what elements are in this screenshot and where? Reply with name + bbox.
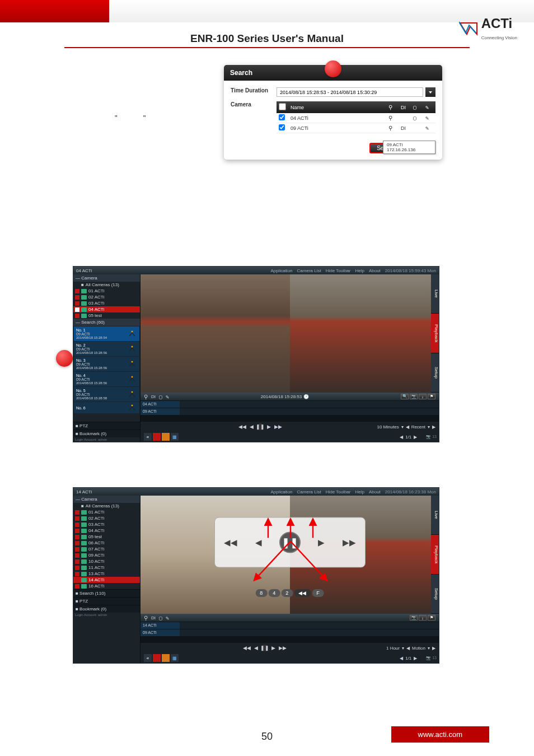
camera-item-selected[interactable]: 04 ACTi [73, 306, 140, 312]
speed-chip[interactable]: 2 [281, 589, 293, 597]
mode-label[interactable]: Recent [411, 424, 425, 430]
layout-1-icon[interactable] [153, 433, 161, 441]
camera-item[interactable]: 10 ACTi [73, 558, 140, 564]
speed-chip[interactable]: 8 [255, 589, 267, 597]
flag-icon[interactable]: ⚑ [428, 615, 435, 620]
menu-about[interactable]: About [369, 268, 381, 273]
rewind-fast-icon[interactable]: ◀◀ [223, 535, 238, 549]
play-icon[interactable]: ▶ [314, 535, 329, 549]
camera-item[interactable]: 01 ACTi [73, 288, 140, 294]
search-result-item[interactable]: No. 109 ACTi2014/08/18 15:28:54 [74, 326, 139, 341]
sidebar-camera-header[interactable]: — Camera [73, 274, 140, 282]
forward-fast-icon[interactable]: ▶▶ [274, 424, 282, 430]
scale-label[interactable]: 1 Hour [386, 646, 400, 651]
tab-live[interactable]: Live [431, 496, 439, 535]
camera-item[interactable]: 01 ACTi [73, 509, 140, 515]
sidebar-section-bookmark[interactable]: ■ Bookmark (0) [73, 605, 140, 613]
layout-2-icon[interactable] [162, 433, 170, 441]
tab-setup[interactable]: Setup [431, 575, 439, 614]
next-icon[interactable]: ▶ [432, 646, 435, 651]
select-all-checkbox[interactable] [279, 103, 286, 110]
rewind-icon[interactable]: ◀ [254, 645, 258, 651]
rewind-icon[interactable]: ◀ [251, 535, 266, 549]
scale-label[interactable]: 10 Minutes [377, 424, 399, 430]
timeline-track[interactable] [180, 629, 439, 636]
camera-item-all[interactable]: ■ All Cameras (13) [73, 282, 140, 288]
pager-next-icon[interactable]: ▶ [414, 656, 417, 661]
layout-1-icon[interactable] [153, 654, 161, 662]
mode-dropdown-icon[interactable]: ▾ [428, 424, 430, 430]
menu-cameralist[interactable]: Camera List [297, 268, 321, 273]
search-icon[interactable]: 🔍 [401, 394, 409, 399]
sidebar-search-header[interactable]: — Search (60) [73, 319, 140, 326]
flag-icon[interactable]: ⚑ [428, 394, 435, 399]
sidebar-section-bookmark[interactable]: ■ Bookmark (0) [73, 430, 140, 437]
export-icon[interactable]: ↓ [419, 394, 427, 399]
rewind-fast-icon[interactable]: ◀◀ [243, 645, 251, 651]
prev-icon[interactable]: ◀ [406, 424, 409, 430]
chevron-down-icon[interactable]: ▾ [402, 646, 404, 651]
sidebar-section-ptz[interactable]: ■ PTZ [73, 597, 140, 605]
pager-next-icon[interactable]: ▶ [414, 435, 417, 440]
search-result-item[interactable]: No. 309 ACTi2014/08/18 15:28:56 [74, 357, 139, 371]
timeline-track[interactable] [180, 401, 439, 408]
pause-icon[interactable]: ❚❚ [279, 531, 301, 553]
sidebar-section-search[interactable]: ■ Search (110) [73, 589, 140, 597]
menu-cameralist[interactable]: Camera List [297, 489, 321, 494]
mode-dropdown-icon[interactable]: ▾ [428, 646, 430, 651]
layout-collapse-icon[interactable]: « [144, 433, 152, 441]
layout-grid-icon[interactable]: ▦ [171, 433, 179, 441]
camera-checkbox[interactable] [279, 124, 285, 130]
camera-checkbox[interactable] [279, 114, 285, 120]
tab-setup[interactable]: Setup [431, 353, 439, 393]
speed-chip[interactable]: F [312, 589, 324, 597]
pause-icon[interactable]: ❚❚ [261, 645, 268, 651]
camera-row[interactable]: 09 ACTi ⚲ DI ✎ [277, 123, 435, 133]
chevron-down-icon[interactable]: ▾ [401, 424, 404, 430]
menu-application[interactable]: Application [270, 268, 292, 273]
forward-fast-icon[interactable]: ▶▶ [279, 645, 287, 651]
camera-item[interactable]: 02 ACTi [73, 294, 140, 300]
camera-item[interactable]: 11 ACTi [73, 564, 140, 571]
time-duration-input[interactable] [277, 87, 423, 97]
camera-row[interactable]: 04 ACTi ⚲ ▢ ✎ [277, 113, 435, 123]
timeline-track[interactable] [180, 622, 439, 629]
next-icon[interactable]: ▶ [432, 424, 435, 430]
menu-application[interactable]: Application [270, 489, 292, 494]
menu-hidetoolbar[interactable]: Hide Toolbar [326, 268, 351, 273]
search-result-item[interactable]: No. 6 [74, 402, 139, 413]
forward-fast-icon[interactable]: ▶▶ [342, 535, 357, 549]
rewind-fast-icon[interactable]: ◀◀ [238, 424, 246, 430]
sidebar-camera-header[interactable]: — Camera [73, 496, 140, 503]
tab-playback[interactable]: Playback [431, 535, 439, 574]
camera-item[interactable]: 05 test [73, 312, 140, 319]
menu-about[interactable]: About [369, 489, 381, 494]
camera-item[interactable]: 05 test [73, 534, 140, 540]
menu-help[interactable]: Help [355, 268, 364, 273]
camera-item[interactable]: 03 ACTi [73, 300, 140, 306]
pager-prev-icon[interactable]: ◀ [400, 435, 403, 440]
pause-icon[interactable]: ❚❚ [257, 423, 264, 430]
video-area[interactable]: ◀◀ ◀ ❚❚ ▶ ▶▶ 8 4 [140, 496, 439, 614]
prev-icon[interactable]: ◀ [406, 646, 410, 651]
export-icon[interactable]: ↓ [419, 615, 427, 620]
pager-prev-icon[interactable]: ◀ [400, 656, 403, 661]
camera-item[interactable]: 07 ACTi [73, 546, 140, 552]
camera-item-all[interactable]: ■ All Cameras (13) [73, 503, 140, 509]
sidebar-section-ptz[interactable]: ■ PTZ [73, 422, 140, 430]
time-dropdown-button[interactable] [425, 87, 435, 97]
tab-live[interactable]: Live [431, 274, 439, 314]
tab-playback[interactable]: Playback [431, 314, 439, 353]
play-icon[interactable]: ▶ [271, 645, 275, 651]
camera-item[interactable]: 02 ACTi [73, 515, 140, 521]
layout-collapse-icon[interactable]: « [144, 654, 152, 662]
rewind-icon[interactable]: ◀ [250, 424, 254, 430]
search-result-item[interactable]: No. 509 ACTi2014/08/18 15:28:58 [74, 387, 139, 402]
snapshot-icon[interactable]: 📷 [410, 615, 418, 620]
search-result-item[interactable]: No. 409 ACTi2014/08/18 15:28:56 [74, 372, 139, 386]
mode-label[interactable]: Motion [412, 646, 425, 651]
camera-item[interactable]: 09 ACTi [73, 552, 140, 558]
camera-item[interactable]: 03 ACTi [73, 521, 140, 528]
camera-item[interactable]: 13 ACTi [73, 571, 140, 577]
speed-chip[interactable]: 4 [268, 589, 280, 597]
